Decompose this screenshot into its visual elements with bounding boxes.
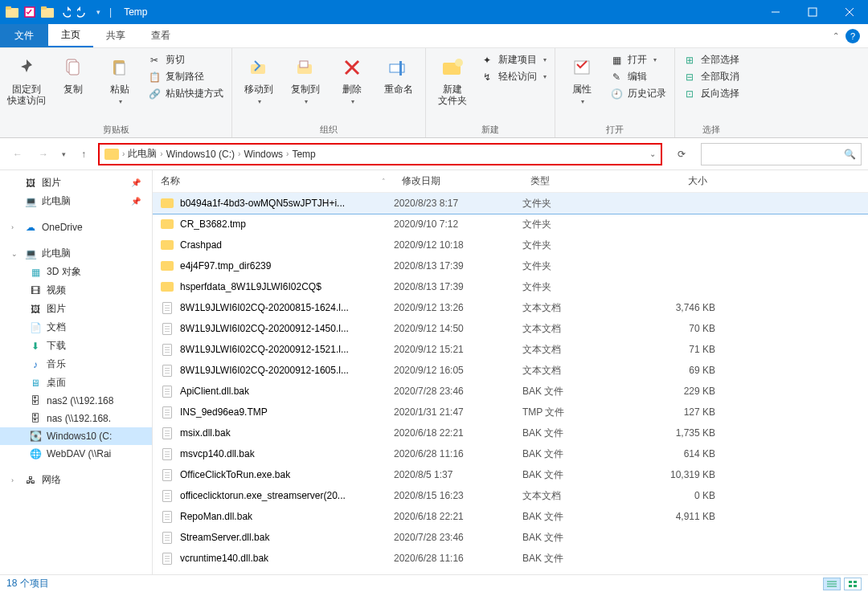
pin-quickaccess-button[interactable]: 固定到 快速访问 — [5, 51, 48, 109]
qat-checkbox-icon[interactable] — [23, 5, 37, 19]
chevron-right-icon[interactable]: › — [122, 149, 125, 158]
tree-item-pictures[interactable]: 🖼图片📌 — [0, 174, 152, 192]
breadcrumb[interactable]: › 此电脑 › Windows10 (C:) › Windows › Temp … — [98, 143, 662, 165]
col-date-header[interactable]: 修改日期 — [394, 174, 522, 188]
navigation-tree[interactable]: 🖼图片📌 💻此电脑📌 ›☁OneDrive ⌄💻此电脑 ▦3D 对象 🎞视频 🖼… — [0, 170, 153, 574]
tree-item-win10c[interactable]: 💽Windows10 (C: — [0, 427, 152, 445]
file-list[interactable]: b0494a1f-4bd3-owMQN5swJPTJH+i...2020/8/2… — [153, 193, 868, 574]
nav-back-button[interactable]: ← — [6, 143, 29, 165]
col-type-header[interactable]: 类型 — [522, 174, 635, 188]
expand-icon[interactable]: › — [11, 476, 19, 484]
collapse-ribbon-icon[interactable]: ⌃ — [833, 31, 839, 40]
file-row[interactable]: Crashpad2020/9/12 10:18文件夹 — [153, 235, 868, 255]
breadcrumb-segment[interactable]: 此电脑 — [128, 147, 157, 161]
file-row[interactable]: officeclicktorun.exe_streamserver(20...2… — [153, 485, 868, 506]
nav-recent-dropdown[interactable]: ▾ — [58, 143, 69, 165]
file-row[interactable]: OfficeClickToRun.exe.bak2020/8/5 1:37BAK… — [153, 464, 868, 485]
file-row[interactable]: hsperfdata_8W1L9JLWI6I02CQ$2020/8/13 17:… — [153, 276, 868, 297]
tree-item-thispc[interactable]: 💻此电脑📌 — [0, 192, 152, 210]
file-row[interactable]: msvcp140.dll.bak2020/6/28 11:16BAK 文件614… — [153, 443, 868, 464]
tree-item-3dobjects[interactable]: ▦3D 对象 — [0, 263, 152, 281]
properties-button[interactable]: 属性 — [560, 51, 604, 108]
nav-forward-button[interactable]: → — [32, 143, 55, 165]
tree-item-nas2[interactable]: 🗄nas2 (\\192.168 — [0, 392, 152, 410]
copyto-button[interactable]: 复制到 — [284, 51, 327, 108]
open-button[interactable]: ▦打开 — [610, 53, 666, 67]
copy-path-button[interactable]: 📋复制路径 — [148, 70, 223, 84]
tab-view[interactable]: 查看 — [138, 24, 183, 47]
folder-icon[interactable] — [40, 5, 55, 19]
file-row[interactable]: StreamServer.dll.bak2020/7/28 23:46BAK 文… — [153, 527, 868, 548]
history-button[interactable]: 🕘历史记录 — [610, 87, 666, 100]
view-icons-button[interactable] — [844, 578, 862, 590]
help-icon[interactable]: ? — [845, 29, 860, 43]
file-row[interactable]: INS_9ed96ea9.TMP2020/1/31 21:47TMP 文件127… — [153, 402, 868, 423]
copy-button[interactable]: 复制 — [51, 51, 95, 98]
search-input[interactable]: 🔍 — [701, 143, 862, 165]
file-row[interactable]: vcruntime140.dll.bak2020/6/28 11:16BAK 文… — [153, 548, 868, 569]
col-name-header[interactable]: 名称˄ — [153, 174, 394, 188]
breadcrumb-segment[interactable]: Windows10 (C:) — [166, 149, 235, 160]
paste-button[interactable]: 粘贴 — [98, 51, 141, 108]
paste-shortcut-button[interactable]: 🔗粘贴快捷方式 — [148, 87, 223, 100]
tree-item-webdav[interactable]: 🌐WebDAV (\\Rai — [0, 445, 152, 463]
tree-item-pictures2[interactable]: 🖼图片 — [0, 300, 152, 318]
tree-item-videos[interactable]: 🎞视频 — [0, 281, 152, 300]
file-row[interactable]: RepoMan.dll.bak2020/6/18 22:21BAK 文件4,91… — [153, 506, 868, 527]
file-row[interactable]: b0494a1f-4bd3-owMQN5swJPTJH+i...2020/8/2… — [153, 193, 868, 214]
nav-up-button[interactable]: ↑ — [72, 143, 95, 165]
file-row[interactable]: e4j4F97.tmp_dir62392020/8/13 17:39文件夹 — [153, 255, 868, 276]
tree-item-music[interactable]: ♪音乐 — [0, 355, 152, 374]
minimize-button[interactable] — [757, 0, 794, 24]
expand-icon[interactable]: › — [11, 223, 19, 231]
moveto-button[interactable]: 移动到 — [237, 51, 280, 108]
qat-dropdown-icon[interactable]: ▾ — [93, 8, 104, 16]
tree-item-downloads[interactable]: ⬇下载 — [0, 337, 152, 355]
pc-icon: 💻 — [24, 247, 37, 260]
breadcrumb-segment[interactable]: Windows — [244, 149, 283, 160]
invert-button[interactable]: ⊡反向选择 — [683, 87, 739, 100]
tree-item-network[interactable]: ›🖧网络 — [0, 471, 152, 489]
breadcrumb-segment[interactable]: Temp — [292, 149, 315, 160]
tab-share[interactable]: 共享 — [93, 24, 138, 47]
tab-file[interactable]: 文件 — [0, 24, 48, 47]
selectall-button[interactable]: ⊞全部选择 — [683, 53, 739, 67]
chevron-down-icon[interactable]: ⌄ — [649, 149, 656, 158]
cut-button[interactable]: ✂剪切 — [148, 53, 223, 67]
tree-item-thispc2[interactable]: ⌄💻此电脑 — [0, 244, 152, 263]
maximize-button[interactable] — [794, 0, 831, 24]
easyaccess-button[interactable]: ↯轻松访问 — [481, 70, 547, 84]
selectnone-button[interactable]: ⊟全部取消 — [683, 70, 739, 84]
view-details-button[interactable] — [823, 578, 841, 590]
tree-item-nas[interactable]: 🗄nas (\\192.168. — [0, 410, 152, 427]
tab-home[interactable]: 主页 — [48, 24, 93, 47]
tree-item-documents[interactable]: 📄文档 — [0, 318, 152, 337]
file-row[interactable]: msix.dll.bak2020/6/18 22:21BAK 文件1,735 K… — [153, 423, 868, 443]
file-row[interactable]: ApiClient.dll.bak2020/7/28 23:46BAK 文件22… — [153, 381, 868, 402]
newitem-button[interactable]: ✦新建项目 — [481, 53, 547, 67]
file-row[interactable]: CR_B3682.tmp2020/9/10 7:12文件夹 — [153, 214, 868, 235]
file-row[interactable]: 8W1L9JLWI6I02CQ-20200912-1521.l...2020/9… — [153, 339, 868, 360]
svg-rect-29 — [854, 585, 857, 587]
svg-point-21 — [455, 59, 463, 67]
file-row[interactable]: 8W1L9JLWI6I02CQ-20200815-1624.l...2020/9… — [153, 297, 868, 318]
file-row[interactable]: 8W1L9JLWI6I02CQ-20200912-1450.l...2020/9… — [153, 318, 868, 339]
refresh-button[interactable]: ⟳ — [670, 143, 693, 165]
rename-button[interactable]: 重命名 — [377, 51, 420, 98]
delete-button[interactable]: 删除 — [330, 51, 374, 108]
tree-item-desktop[interactable]: 🖥桌面 — [0, 374, 152, 392]
chevron-right-icon[interactable]: › — [238, 149, 240, 158]
newfolder-button[interactable]: 新建 文件夹 — [431, 51, 474, 109]
close-button[interactable] — [831, 0, 868, 24]
chevron-right-icon[interactable]: › — [160, 149, 162, 158]
edit-button[interactable]: ✎编辑 — [610, 70, 666, 84]
collapse-icon[interactable]: ⌄ — [11, 250, 19, 258]
file-date: 2020/8/13 17:39 — [394, 281, 522, 292]
tree-item-onedrive[interactable]: ›☁OneDrive — [0, 218, 152, 236]
undo-icon[interactable] — [58, 5, 72, 19]
col-size-header[interactable]: 大小 — [635, 174, 715, 188]
redo-icon[interactable] — [76, 5, 90, 19]
svg-rect-22 — [575, 61, 589, 74]
file-row[interactable]: 8W1L9JLWI6I02CQ-20200912-1605.l...2020/9… — [153, 360, 868, 381]
chevron-right-icon[interactable]: › — [286, 149, 289, 158]
